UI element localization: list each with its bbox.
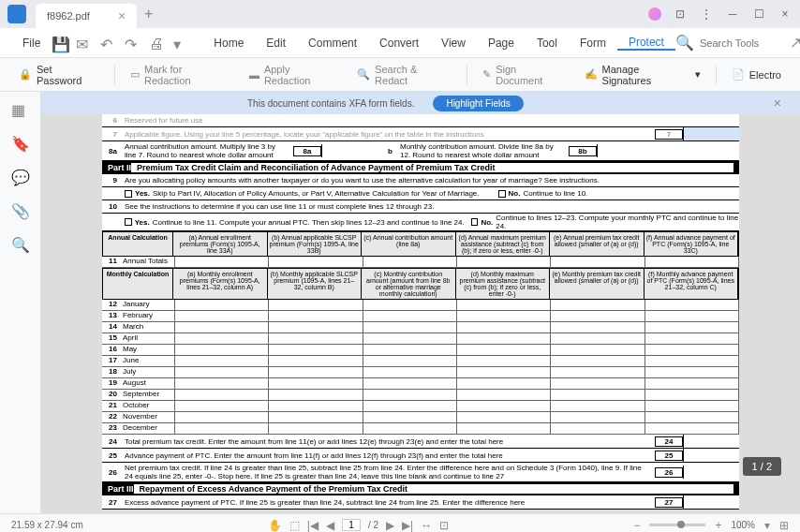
menu-form[interactable]: Form (569, 37, 617, 50)
form-field[interactable] (457, 412, 551, 422)
form-field[interactable] (551, 401, 644, 411)
next-page-icon[interactable]: ▶ (386, 519, 394, 532)
form-field[interactable] (363, 300, 457, 310)
attachments-icon[interactable]: 📎 (11, 202, 30, 221)
form-field[interactable] (551, 356, 644, 366)
form-field[interactable] (175, 390, 269, 400)
form-field[interactable] (551, 423, 644, 434)
form-field[interactable] (645, 300, 739, 310)
form-field[interactable] (645, 356, 739, 366)
xfa-close-icon[interactable]: × (774, 96, 781, 111)
form-field[interactable] (551, 300, 644, 310)
form-field[interactable] (645, 345, 739, 355)
form-field[interactable] (457, 401, 551, 411)
menu-edit[interactable]: Edit (255, 37, 297, 50)
form-field[interactable] (269, 390, 363, 400)
form-field[interactable] (457, 311, 551, 321)
form-field[interactable] (683, 435, 739, 448)
zoom-dropdown-icon[interactable]: ▾ (764, 519, 770, 532)
form-field[interactable] (175, 412, 269, 422)
close-window-icon[interactable]: × (778, 7, 793, 22)
thumbnails-icon[interactable]: ▦ (11, 101, 30, 120)
form-field[interactable] (645, 311, 739, 321)
open-icon[interactable]: ↗ (790, 34, 800, 52)
redo-icon[interactable]: ↷ (125, 36, 140, 51)
menu-icon[interactable]: ⋮ (699, 7, 714, 22)
form-field[interactable] (175, 300, 269, 310)
mail-icon[interactable]: ✉ (76, 36, 91, 51)
form-field[interactable] (269, 356, 363, 366)
set-password-button[interactable]: 🔒 Set Password (11, 60, 107, 90)
fit-width-icon[interactable]: ↔ (421, 519, 432, 532)
checkbox[interactable] (471, 218, 479, 226)
close-tab-icon[interactable]: × (118, 8, 126, 23)
expand-icon[interactable]: ⊡ (673, 7, 688, 22)
form-field[interactable] (457, 423, 551, 434)
form-field[interactable] (683, 127, 739, 140)
form-field[interactable] (551, 311, 644, 321)
form-field[interactable] (175, 333, 269, 344)
form-field[interactable] (175, 367, 269, 377)
undo-icon[interactable]: ↶ (100, 36, 115, 51)
form-field[interactable] (175, 378, 269, 389)
first-page-icon[interactable]: |◀ (307, 519, 319, 532)
form-field[interactable] (269, 401, 363, 411)
page-input[interactable] (342, 519, 361, 531)
form-field[interactable] (551, 390, 644, 400)
checkbox[interactable] (125, 190, 132, 198)
form-field[interactable] (269, 257, 363, 267)
form-field[interactable] (645, 367, 739, 377)
form-field[interactable] (269, 322, 363, 332)
form-field[interactable] (551, 257, 644, 267)
menu-view[interactable]: View (430, 37, 477, 50)
fit-page-icon[interactable]: ⊡ (439, 519, 449, 532)
checkbox[interactable] (498, 190, 506, 198)
form-field[interactable] (551, 345, 644, 355)
ai-icon[interactable] (648, 7, 661, 21)
form-field[interactable] (457, 322, 551, 332)
search-tools-input[interactable] (700, 37, 775, 49)
form-field[interactable] (269, 378, 363, 389)
form-field[interactable] (645, 333, 739, 344)
hand-tool-icon[interactable]: ✋ (268, 519, 282, 532)
form-field[interactable] (269, 311, 363, 321)
form-field[interactable] (551, 378, 644, 389)
form-field[interactable] (645, 401, 739, 411)
search-icon[interactable]: 🔍 (675, 34, 694, 52)
zoom-in-icon[interactable]: + (715, 519, 721, 532)
form-field[interactable] (175, 311, 269, 321)
zoom-out-icon[interactable]: − (633, 519, 640, 532)
form-field[interactable] (363, 345, 457, 355)
form-field[interactable] (457, 300, 551, 310)
form-field[interactable] (363, 322, 457, 332)
prev-page-icon[interactable]: ◀ (326, 519, 334, 532)
checkbox[interactable] (125, 218, 132, 226)
comments-icon[interactable]: 💬 (11, 169, 30, 187)
form-field[interactable] (457, 333, 551, 344)
last-page-icon[interactable]: ▶| (402, 519, 413, 532)
manage-signatures-button[interactable]: ✍ Manage Signatures ▾ (577, 60, 708, 90)
menu-page[interactable]: Page (477, 37, 526, 50)
form-field[interactable] (269, 423, 363, 434)
form-field[interactable] (175, 322, 269, 332)
print-icon[interactable]: 🖨 (149, 36, 164, 51)
form-field[interactable] (175, 401, 269, 411)
file-menu[interactable]: File (11, 37, 52, 50)
form-field[interactable] (551, 367, 644, 377)
form-field[interactable] (269, 345, 363, 355)
form-field[interactable] (645, 257, 739, 267)
form-field[interactable] (175, 423, 269, 434)
zoom-slider[interactable] (649, 524, 705, 526)
form-field[interactable] (269, 300, 363, 310)
menu-tool[interactable]: Tool (526, 37, 569, 50)
minimize-icon[interactable]: ─ (725, 7, 740, 22)
form-field[interactable] (551, 333, 644, 344)
form-field[interactable] (175, 356, 269, 366)
form-field[interactable] (645, 390, 739, 400)
save-icon[interactable]: 💾 (52, 36, 67, 51)
form-field[interactable] (363, 423, 457, 434)
form-field[interactable] (457, 257, 551, 267)
form-field[interactable] (597, 144, 653, 157)
form-field[interactable] (457, 367, 551, 377)
menu-home[interactable]: Home (202, 37, 255, 50)
